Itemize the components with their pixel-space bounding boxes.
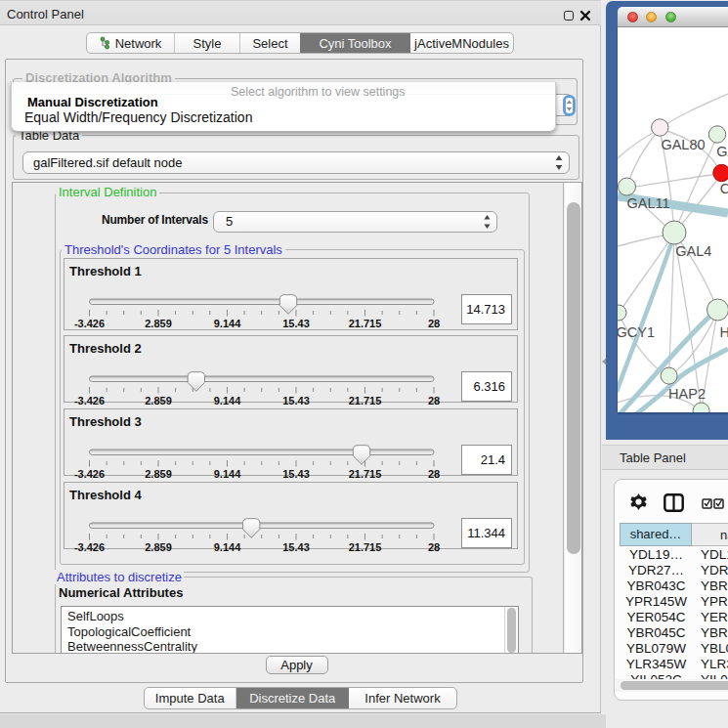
svg-text:GCY1: GCY1: [618, 324, 655, 340]
svg-text:HAP2: HAP2: [668, 386, 706, 402]
svg-text:GAL4: GAL4: [675, 243, 711, 259]
svg-text:GAL11: GAL11: [627, 195, 670, 211]
svg-text:GA: GA: [716, 144, 728, 159]
svg-text:CN: CN: [720, 181, 728, 196]
svg-text:GAL80: GAL80: [661, 137, 705, 152]
svg-text:HIS: HIS: [720, 324, 728, 340]
